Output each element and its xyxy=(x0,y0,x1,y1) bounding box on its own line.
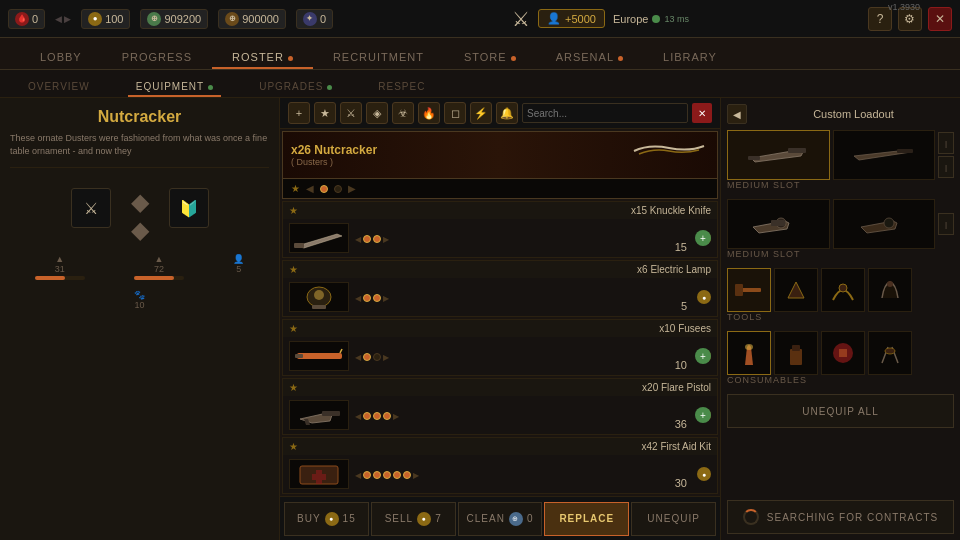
buy-label: BUY xyxy=(297,513,321,524)
fire-filter-button[interactable]: 🔥 xyxy=(418,102,440,124)
consumable-slot-2[interactable] xyxy=(774,331,818,375)
equip-slot-1[interactable]: ⚔ xyxy=(71,188,111,228)
bounty-value: 900000 xyxy=(242,13,279,25)
silver-value: 909200 xyxy=(164,13,201,25)
consumable-slot-1[interactable] xyxy=(727,331,771,375)
lamp-icon xyxy=(292,283,347,311)
svg-line-6 xyxy=(340,349,342,353)
subtab-equipment[interactable]: EQUIPMENT xyxy=(128,78,221,97)
tab-progress[interactable]: PROGRESS xyxy=(102,47,212,69)
add-filter-button[interactable]: + xyxy=(288,102,310,124)
list-item-first-aid-kit[interactable]: ★ x42 First Aid Kit ◀ xyxy=(282,437,718,494)
list-item-fusees[interactable]: ★ x10 Fusees ◀ xyxy=(282,319,718,376)
slot-1-side-buttons: | | xyxy=(938,132,954,178)
list-item-knuckle-knife[interactable]: ★ x15 Knuckle Knife ◀ xyxy=(282,201,718,258)
medium-slot-1-label: Medium Slot xyxy=(727,180,954,190)
nutcracker-sub: ( Dusters ) xyxy=(291,157,629,167)
blood-icon: 🩸 xyxy=(15,12,29,26)
consumable-slot-3[interactable] xyxy=(821,331,865,375)
blood-currency: 🩸 0 xyxy=(8,9,45,29)
first-aid-kit-header: ★ x42 First Aid Kit xyxy=(283,438,717,455)
equip-slot-2[interactable]: 🔰 xyxy=(169,188,209,228)
weapon-slot-2-primary[interactable] xyxy=(727,199,830,249)
medium-slot-1-section: | | Medium Slot xyxy=(727,130,954,193)
tool-slot-1[interactable] xyxy=(727,268,771,312)
first-aid-kit-image xyxy=(289,459,349,489)
slot-2 xyxy=(373,235,381,243)
slot-1-bottom-button[interactable]: | xyxy=(938,156,954,178)
tool-slot-4[interactable] xyxy=(868,268,912,312)
right-arrow[interactable]: ▶ xyxy=(348,183,356,194)
svg-rect-21 xyxy=(792,345,800,351)
fusees-icon xyxy=(292,345,347,367)
stat-1-fill xyxy=(35,276,65,280)
tool-4-icon xyxy=(874,274,906,306)
fusees-name: x10 Fusees xyxy=(659,323,711,334)
star-filter-button[interactable]: ★ xyxy=(314,102,336,124)
slot-2-top-button[interactable]: | xyxy=(938,213,954,235)
weapon-slot-2-secondary[interactable] xyxy=(833,199,936,249)
bell-filter-button[interactable]: 🔔 xyxy=(496,102,518,124)
add-flare-pistol-button[interactable]: + xyxy=(695,407,711,423)
loadout-prev-button[interactable]: ◀ xyxy=(727,104,747,124)
consumables-label: Consumables xyxy=(727,375,954,385)
subtab-overview[interactable]: OVERVIEW xyxy=(20,78,98,97)
tab-recruitment[interactable]: RECRUITMENT xyxy=(313,47,444,69)
sword-filter-button[interactable]: ⚔ xyxy=(340,102,362,124)
slot-2-side-buttons: | xyxy=(938,213,954,235)
stat-1-value: 31 xyxy=(55,264,65,274)
add-knuckle-knife-button[interactable]: + xyxy=(695,230,711,246)
tab-store[interactable]: STORE xyxy=(444,47,536,69)
clean-button[interactable]: CLEAN ⊕ 0 xyxy=(458,502,543,536)
left-arrow[interactable]: ◀ xyxy=(306,183,314,194)
svg-rect-4 xyxy=(297,353,342,359)
unequip-button[interactable]: UNEQUIP xyxy=(631,502,716,536)
tab-library[interactable]: LIBRARY xyxy=(643,47,737,69)
search-input[interactable] xyxy=(522,103,688,123)
list-item-flare-pistol[interactable]: ★ x20 Flare Pistol ◀ xyxy=(282,378,718,435)
star-icon: ★ xyxy=(289,323,298,334)
star-rating-icon: ★ xyxy=(291,183,300,194)
tab-roster[interactable]: ROSTER xyxy=(212,47,313,69)
shield-filter-button[interactable]: ◈ xyxy=(366,102,388,124)
consumable-slot-4[interactable] xyxy=(868,331,912,375)
weapon-slot-1-primary[interactable] xyxy=(727,130,830,180)
buy-button[interactable]: BUY ● 15 xyxy=(284,502,369,536)
hunt-icon: ✦ xyxy=(303,12,317,26)
box-filter-button[interactable]: ◻ xyxy=(444,102,466,124)
list-item-nutcracker[interactable]: x26 Nutcracker ( Dusters ) ★ ◀ xyxy=(282,131,718,199)
center-panel: + ★ ⚔ ◈ ☣ 🔥 ◻ ⚡ 🔔 ✕ x26 Nutcracker ( Dus… xyxy=(280,98,720,540)
svg-rect-0 xyxy=(294,243,304,248)
hunt-value: 0 xyxy=(320,13,326,25)
svg-point-14 xyxy=(884,218,894,228)
stat-4: 🐾 10 xyxy=(134,290,145,310)
bounty-icon: ⊕ xyxy=(225,12,239,26)
sell-button[interactable]: SELL ● 7 xyxy=(371,502,456,536)
tool-slot-2[interactable] xyxy=(774,268,818,312)
unequip-all-button[interactable]: UNEQUIP ALL xyxy=(727,394,954,428)
clean-coin-icon: ⊕ xyxy=(509,512,523,526)
tab-arsenal[interactable]: ARSENAL xyxy=(536,47,643,69)
stat-1-bar xyxy=(35,276,85,280)
list-item-electric-lamp[interactable]: ★ x6 Electric Lamp ◀ xyxy=(282,260,718,317)
replace-button[interactable]: REPLACE xyxy=(544,502,629,536)
add-fusees-button[interactable]: + xyxy=(695,348,711,364)
profile-icon: 👤 xyxy=(547,12,561,25)
slot-4 xyxy=(393,471,401,479)
slot-pip-1 xyxy=(320,185,328,193)
close-button[interactable]: ✕ xyxy=(928,7,952,31)
tool-slot-3[interactable] xyxy=(821,268,865,312)
subtab-upgrades[interactable]: UPGRADES xyxy=(251,78,340,97)
poison-filter-button[interactable]: ☣ xyxy=(392,102,414,124)
slot-1-top-button[interactable]: | xyxy=(938,132,954,154)
weapon-slot-1-secondary[interactable] xyxy=(833,130,936,180)
medium-slot-2-row: | xyxy=(727,199,954,249)
region-info: Europe 13 ms xyxy=(613,13,689,25)
star-icon: ★ xyxy=(289,205,298,216)
clear-search-button[interactable]: ✕ xyxy=(692,103,712,123)
bolt-filter-button[interactable]: ⚡ xyxy=(470,102,492,124)
svg-rect-16 xyxy=(735,284,743,296)
tab-lobby[interactable]: LOBBY xyxy=(20,47,102,69)
subtab-respec[interactable]: RESPEC xyxy=(370,78,433,97)
star-icon: ★ xyxy=(289,264,298,275)
